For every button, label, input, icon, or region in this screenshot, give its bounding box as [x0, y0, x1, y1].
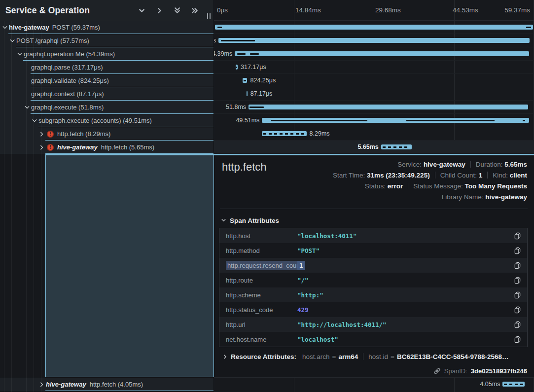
- child-span-mark: [221, 40, 255, 41]
- span-attributes-header[interactable]: Span Attributes: [221, 217, 279, 224]
- collapse-one-icon[interactable]: [138, 6, 146, 15]
- bar-duration-label: 51.8ms: [226, 104, 246, 110]
- copy-icon[interactable]: [507, 232, 527, 240]
- meta-value: Too Many Requests: [464, 182, 527, 190]
- caret-down-icon[interactable]: [16, 51, 24, 57]
- tree-row[interactable]: POST /graphql (57.57ms): [0, 34, 214, 47]
- copy-icon[interactable]: [507, 277, 527, 284]
- timeline-row[interactable]: 54.39ms: [214, 47, 534, 61]
- meta-line: Start Time: 31ms (23:35:49.225)Child Cou…: [333, 170, 527, 181]
- copy-icon[interactable]: [507, 291, 527, 299]
- attribute-value: "/": [297, 277, 507, 284]
- service-name: hive-gateway: [46, 381, 86, 388]
- bar-duration-label: 5.65ms: [357, 143, 378, 150]
- tree-row[interactable]: !http.fetch (8.29ms): [0, 127, 214, 141]
- tree-row[interactable]: !hive-gatewayhttp.fetch (5.65ms): [0, 141, 214, 154]
- span-duration-bar[interactable]: [502, 382, 525, 387]
- bar-duration-label: 87.17μs: [250, 90, 273, 97]
- child-span-mark: [244, 80, 246, 81]
- span-duration-bar[interactable]: [262, 118, 529, 123]
- meta-value: 31ms (23:35:49.225): [367, 172, 430, 179]
- service-name: hive-gateway: [57, 143, 98, 151]
- attribute-key: http.scheme: [219, 291, 297, 299]
- child-span-mark: [523, 120, 525, 121]
- copy-icon[interactable]: [507, 306, 527, 314]
- attribute-row: http.host"localhost:4011": [219, 228, 527, 243]
- tree-row[interactable]: subgraph.execute (accounts) (49.51ms): [0, 114, 214, 127]
- span-duration-bar[interactable]: [236, 65, 238, 70]
- panel-resize-handle[interactable]: [207, 13, 211, 19]
- span-duration-bar[interactable]: [262, 131, 307, 136]
- meta-label: Library Name:: [442, 193, 486, 201]
- caret-right-icon[interactable]: [38, 382, 46, 388]
- timeline-row[interactable]: 5.65ms: [214, 141, 534, 154]
- chevron-right-icon: [221, 354, 229, 359]
- copy-icon[interactable]: [507, 321, 527, 328]
- span-detail-panel: http.fetch Service: hive-gatewayDuration…: [214, 155, 534, 377]
- attribute-value: 1: [297, 262, 507, 269]
- resource-value: arm64: [338, 353, 358, 360]
- trace-viewer: Service & Operation hive-gatewayPOST (59…: [0, 0, 534, 392]
- divider: [435, 172, 435, 178]
- span-duration-bar[interactable]: [249, 105, 528, 109]
- span-label: graphql.context (87.17μs): [31, 90, 104, 98]
- ruler-tick-label: 44.53ms: [453, 6, 478, 14]
- divider: [220, 209, 528, 209]
- span-duration-bar[interactable]: [381, 144, 412, 149]
- selected-span-region[interactable]: [45, 154, 214, 377]
- resource-attributes-row[interactable]: Resource Attributes: host.arch=arm64host…: [221, 353, 509, 360]
- attribute-key: http.status_code: [219, 306, 297, 314]
- link-icon[interactable]: [433, 367, 441, 375]
- timeline-row[interactable]: 57.57ms: [214, 34, 534, 47]
- span-id-value: 3de02518937fb246: [471, 367, 527, 375]
- expand-one-icon[interactable]: [155, 6, 164, 15]
- meta-value: 1: [479, 172, 483, 179]
- copy-icon[interactable]: [507, 262, 527, 269]
- tree-row[interactable]: hive-gatewayhttp.fetch (4.05ms): [0, 378, 214, 391]
- caret-right-icon[interactable]: [38, 131, 46, 137]
- timeline-row[interactable]: 51.8ms: [214, 101, 534, 114]
- span-label: subgraph.execute (accounts) (49.51ms): [38, 117, 152, 124]
- span-duration-bar[interactable]: [215, 25, 533, 30]
- span-duration-bar[interactable]: [247, 91, 248, 96]
- span-duration-bar[interactable]: [243, 78, 248, 83]
- tree-row[interactable]: graphql.parse (317.17μs): [0, 61, 214, 74]
- timeline-row[interactable]: 87.17μs: [214, 87, 534, 101]
- collapse-all-icon[interactable]: [173, 6, 181, 15]
- caret-down-icon[interactable]: [31, 118, 38, 124]
- caret-right-icon[interactable]: [38, 144, 46, 150]
- divider: [408, 182, 408, 189]
- copy-icon[interactable]: [507, 247, 527, 254]
- span-label: graphql.validate (824.25μs): [31, 77, 109, 84]
- attribute-row: http.url"http://localhost:4011/": [219, 317, 527, 332]
- span-duration-bar[interactable]: [235, 51, 529, 56]
- meta-value: 5.65ms: [504, 161, 527, 168]
- caret-down-icon[interactable]: [23, 105, 31, 110]
- timeline-row[interactable]: 49.51ms: [214, 114, 534, 127]
- span-label: http.fetch (5.65ms): [101, 143, 154, 151]
- timeline-bottom-row[interactable]: 4.05ms: [214, 377, 534, 392]
- timeline-row[interactable]: 824.25μs: [214, 74, 534, 87]
- copy-icon[interactable]: [507, 336, 527, 343]
- tree-row[interactable]: graphql.context (87.17μs): [0, 87, 214, 101]
- bar-duration-label: 49.51ms: [236, 117, 259, 124]
- caret-down-icon[interactable]: [8, 38, 16, 44]
- bar-duration-label: 8.29ms: [310, 130, 330, 137]
- span-duration-bar[interactable]: [218, 38, 530, 43]
- attribute-row: http.route"/": [219, 273, 527, 287]
- timeline-row[interactable]: 8.29ms: [214, 127, 534, 141]
- meta-label: Service:: [397, 161, 424, 168]
- tree-row[interactable]: graphql.validate (824.25μs): [0, 74, 214, 87]
- timeline-panel: 0μs14.84ms29.68ms44.53ms59.37ms 57.57ms5…: [214, 0, 534, 392]
- attribute-value: "localhost:4011": [297, 232, 507, 240]
- span-title: http.fetch: [222, 161, 267, 174]
- tree-row[interactable]: graphql.operation Me (54.39ms): [0, 47, 214, 61]
- tree-row[interactable]: graphql.execute (51.8ms): [0, 101, 214, 114]
- tree-row[interactable]: hive-gatewayPOST (59.37ms): [0, 21, 214, 34]
- timeline-row[interactable]: [214, 21, 534, 34]
- expand-all-icon[interactable]: [191, 6, 199, 15]
- caret-down-icon[interactable]: [1, 25, 9, 31]
- span-tree: hive-gatewayPOST (59.37ms)POST /graphql …: [0, 21, 214, 392]
- timeline-row[interactable]: 317.17μs: [214, 61, 534, 74]
- timeline-ruler: 0μs14.84ms29.68ms44.53ms59.37ms: [214, 0, 534, 21]
